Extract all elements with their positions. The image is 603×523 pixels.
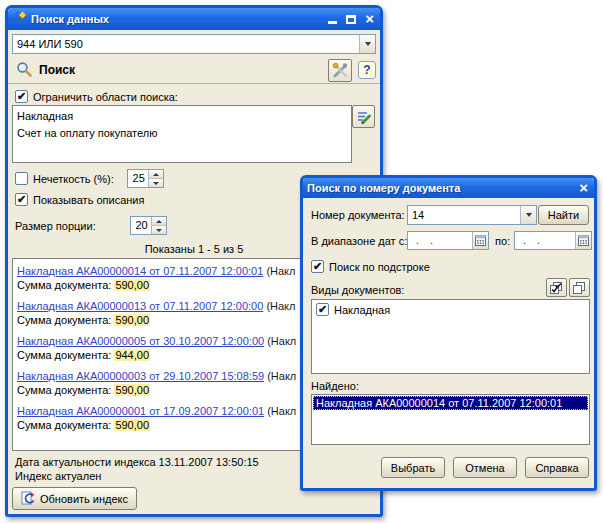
index-status-label: Индекс актуален (15, 470, 101, 482)
portion-size-row: Размер порции: 20 (15, 216, 167, 235)
doc-types-label: Виды документов: (311, 284, 404, 296)
sum-label: Сумма документа: (17, 419, 111, 431)
list-item[interactable]: Накладная (17, 108, 347, 125)
show-descriptions-checkbox[interactable]: ✔ (15, 193, 28, 206)
check-all-button[interactable] (546, 278, 567, 297)
result-description: (Накл (263, 300, 295, 312)
dialog-title: Поиск по номеру документа (307, 182, 575, 194)
find-button[interactable]: Найти (538, 205, 589, 225)
calendar-icon (578, 235, 589, 246)
refresh-icon (21, 491, 36, 506)
portion-size-value[interactable]: 20 (131, 217, 151, 234)
sum-value-highlighted: 590,00 (114, 419, 150, 431)
doc-type-label: Накладная (334, 304, 390, 316)
sum-value-highlighted: 944,00 (114, 349, 150, 361)
spin-up-button[interactable] (149, 170, 163, 178)
calendar-icon (475, 235, 486, 246)
check-all-icon (549, 281, 564, 295)
sum-label: Сумма документа: (17, 279, 111, 291)
index-date-label: Дата актуальности индекса 13.11.2007 13:… (15, 456, 259, 468)
fuzziness-spinner[interactable]: 25 (127, 169, 164, 188)
show-descriptions-label: Показывать описания (33, 194, 144, 206)
found-list[interactable]: Накладная АКА00000014 от 07.11.2007 12:0… (311, 394, 590, 445)
help-button[interactable]: ? (358, 61, 376, 79)
sum-label: Сумма документа: (17, 384, 111, 396)
limit-areas-checkbox[interactable]: ✔ (15, 90, 28, 103)
window-title: Поиск данных (31, 13, 324, 25)
cancel-button[interactable]: Отмена (453, 457, 517, 478)
sum-label: Сумма документа: (17, 314, 111, 326)
date-from-field[interactable]: . . (407, 231, 489, 250)
sum-value-highlighted: 590,00 (114, 384, 150, 396)
result-link[interactable]: Накладная АКА00000014 от 07.11.2007 12:0… (17, 265, 263, 277)
spin-up-button[interactable] (152, 217, 166, 225)
substring-search-checkbox[interactable]: ✔ (311, 260, 324, 273)
result-description: (Накл (264, 370, 296, 382)
doc-types-list[interactable]: ✔ Накладная (311, 299, 590, 374)
refresh-index-button[interactable]: Обновить индекс (12, 487, 137, 510)
spin-down-button[interactable] (149, 178, 163, 187)
sum-value-highlighted: 590,00 (114, 314, 150, 326)
dialog-titlebar[interactable]: Поиск по номеру документа × (303, 178, 594, 198)
found-item-selected[interactable]: Накладная АКА00000014 от 07.11.2007 12:0… (313, 396, 588, 410)
doc-number-label: Номер документа: (311, 209, 405, 221)
dialog-close-button[interactable]: × (579, 181, 588, 195)
sum-value-highlighted: 590,00 (114, 279, 150, 291)
search-query-value[interactable]: 944 ИЛИ 590 (13, 38, 359, 50)
result-link[interactable]: Накладная АКА00000003 от 29.10.2007 15:0… (17, 370, 264, 382)
date-to-calendar-button[interactable] (575, 232, 591, 249)
search-query-combobox[interactable]: 944 ИЛИ 590 (12, 34, 376, 54)
window-icon (12, 11, 27, 28)
doc-type-checkbox[interactable]: ✔ (316, 303, 329, 316)
uncheck-all-button[interactable] (569, 278, 590, 297)
fuzziness-row: Нечеткость (%): 25 (15, 169, 164, 188)
doc-number-combobox[interactable]: 14 (407, 205, 537, 225)
tools-icon (332, 62, 349, 79)
result-link[interactable]: Накладная АКА00000001 от 17.09.2007 12:0… (17, 405, 264, 417)
search-areas-list[interactable]: Накладная Счет на оплату покупателю (12, 105, 352, 163)
edit-areas-button[interactable] (352, 105, 375, 128)
sum-label: Сумма документа: (17, 349, 111, 361)
query-dropdown-button[interactable] (359, 35, 375, 53)
date-to-field[interactable]: . . (514, 231, 592, 250)
maximize-button[interactable] (346, 15, 356, 24)
doc-number-value[interactable]: 14 (408, 209, 520, 221)
search-settings-button[interactable] (328, 59, 352, 82)
portion-size-spinner[interactable]: 20 (130, 216, 167, 235)
spin-down-button[interactable] (152, 225, 166, 234)
result-description: (Накл (264, 405, 296, 417)
uncheck-all-icon (572, 281, 587, 295)
limit-areas-label: Ограничить области поиска: (33, 91, 178, 103)
search-caption: Поиск (39, 63, 322, 77)
doc-type-item[interactable]: ✔ Накладная (316, 303, 585, 316)
help-button[interactable]: Справка (525, 457, 589, 478)
result-description: (Накл (263, 265, 295, 277)
substring-search-label: Поиск по подстроке (329, 261, 430, 273)
refresh-index-label: Обновить индекс (40, 493, 128, 505)
select-button[interactable]: Выбрать (381, 457, 445, 478)
portion-size-label: Размер порции: (15, 220, 96, 232)
substring-search-row: ✔ Поиск по подстроке (311, 260, 430, 273)
show-descriptions-row: ✔ Показывать описания (15, 193, 144, 206)
date-to-value[interactable]: . . (515, 232, 575, 249)
doc-number-dropdown-button[interactable] (520, 206, 536, 224)
date-to-label: по: (495, 235, 510, 247)
close-button[interactable]: × (365, 12, 374, 26)
dialog-button-row: Выбрать Отмена Справка (381, 457, 589, 478)
fuzziness-checkbox[interactable] (15, 172, 28, 185)
result-description: (Накл (264, 335, 296, 347)
search-header-band: Поиск ? (8, 57, 380, 84)
doc-number-search-dialog: Поиск по номеру документа × Номер докуме… (300, 175, 597, 491)
result-link[interactable]: Накладная АКА00000005 от 30.10.2007 12:0… (17, 335, 264, 347)
minimize-button[interactable] (328, 21, 337, 24)
limit-areas-row: ✔ Ограничить области поиска: (15, 90, 178, 103)
date-from-value[interactable]: . . (408, 232, 472, 249)
fuzziness-label: Нечеткость (%): (33, 173, 114, 185)
date-range-label: В диапазоне дат с: (311, 235, 407, 247)
fuzziness-value[interactable]: 25 (128, 170, 148, 187)
result-link[interactable]: Накладная АКА00000013 от 07.11.2007 12:0… (17, 300, 263, 312)
titlebar[interactable]: Поиск данных × (8, 8, 380, 30)
magnifier-icon (16, 61, 33, 80)
date-from-calendar-button[interactable] (472, 232, 488, 249)
list-item[interactable]: Счет на оплату покупателю (17, 125, 347, 142)
